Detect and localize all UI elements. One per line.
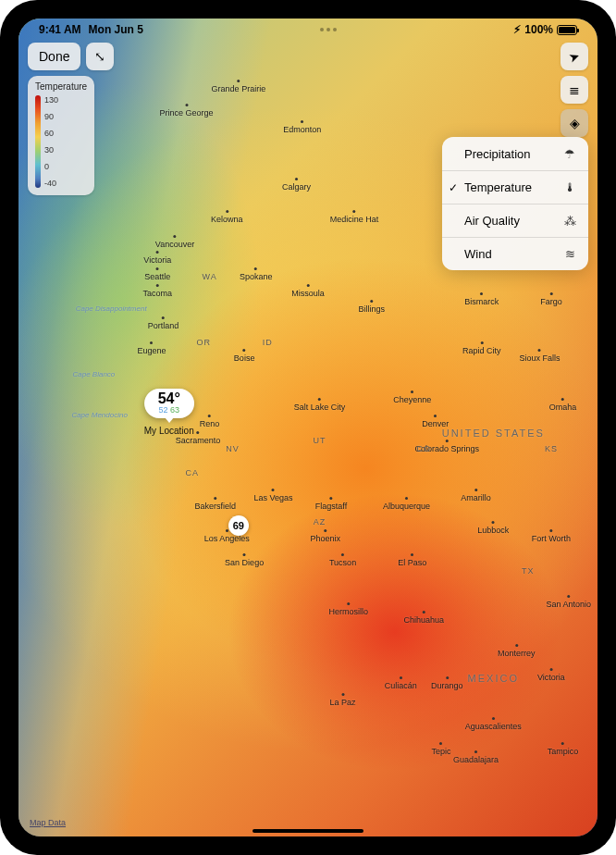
city-label: Guadalajara	[453, 755, 499, 764]
status-date: Mon Jun 5	[89, 23, 143, 36]
city-label: Lubbock	[477, 526, 509, 535]
city-label: Missoula	[291, 289, 325, 298]
layer-option-temperature[interactable]: ✓ Temperature 🌡	[442, 170, 588, 204]
collapse-icon: ⤡	[94, 49, 105, 64]
layer-label: Temperature	[464, 180, 562, 194]
city-label: Chihuahua	[403, 615, 444, 625]
battery-icon	[557, 25, 577, 35]
umbrella-icon: ☂	[562, 147, 577, 161]
city-label: Flagstaff	[315, 502, 347, 511]
screen: 9:41 AM Mon Jun 5 ⚡︎ 100% Done ⤡	[18, 19, 598, 836]
layer-option-wind[interactable]: Wind ≋	[442, 237, 588, 270]
city-label: Amarillo	[461, 493, 491, 502]
city-label: El Paso	[398, 558, 426, 567]
city-label: Sacramento	[176, 436, 221, 445]
city-label: Los Angeles	[204, 534, 250, 543]
legend-tick: 30	[44, 145, 58, 155]
legend-tick: 0	[44, 162, 58, 171]
map-data-link[interactable]: Map Data	[30, 818, 66, 827]
layer-label: Air Quality	[464, 214, 562, 228]
status-bar: 9:41 AM Mon Jun 5 ⚡︎ 100%	[18, 19, 598, 39]
status-time: 9:41 AM	[39, 23, 81, 36]
city-label: Seattle	[144, 272, 170, 281]
map-layers-button[interactable]: ◈	[561, 109, 588, 137]
city-label: Albuquerque	[383, 502, 430, 511]
city-label: Reno	[200, 419, 220, 428]
city-label: Medicine Hat	[330, 215, 379, 224]
city-label: Calgary	[282, 182, 311, 192]
city-label: Eugene	[137, 346, 166, 355]
done-button[interactable]: Done	[28, 43, 80, 70]
checkmark-icon: ✓	[449, 181, 458, 194]
layer-option-air-quality[interactable]: Air Quality ⁂	[442, 204, 588, 237]
collapse-button[interactable]: ⤡	[86, 43, 114, 70]
list-icon: ≣	[569, 82, 580, 97]
city-label: Billings	[359, 304, 386, 314]
country-label: UNITED STATES	[442, 428, 545, 439]
battery-percent: 100%	[524, 23, 553, 36]
map-toolbar: Done ⤡ ➤ ≣ ◈	[28, 43, 588, 137]
state-label: OR	[197, 338, 212, 347]
home-indicator[interactable]	[253, 829, 363, 833]
legend-tick: -40	[44, 179, 58, 188]
city-label: Portland	[148, 321, 179, 330]
city-label: Sioux Falls	[519, 353, 560, 363]
city-label: Bismarck	[464, 297, 499, 306]
thermometer-icon: 🌡	[562, 180, 577, 194]
state-label: NV	[226, 444, 240, 453]
wind-icon: ≋	[562, 247, 577, 261]
city-label: Tucson	[329, 558, 356, 567]
city-label: La Paz	[330, 698, 356, 707]
pin-temperature: 54°	[154, 391, 185, 406]
my-location-pin[interactable]: 54° 52 63 My Location	[144, 389, 194, 436]
city-label: Salt Lake City	[294, 403, 346, 412]
city-label: Bakersfield	[195, 502, 237, 511]
city-label: Phoenix	[311, 534, 341, 543]
location-arrow-icon: ➤	[567, 47, 583, 65]
ipad-frame: 9:41 AM Mon Jun 5 ⚡︎ 100% Done ⤡	[0, 0, 616, 855]
city-label: Durango	[431, 681, 463, 690]
layer-label: Precipitation	[464, 147, 562, 161]
city-label: Cheyenne	[393, 395, 431, 404]
cape-label: Cape Disappointment	[76, 304, 147, 313]
state-label: TX	[522, 566, 535, 576]
map-layer-menu: Precipitation ☂ ✓ Temperature 🌡 Air Qual…	[442, 137, 588, 270]
city-label: Vancouver	[155, 240, 194, 249]
city-label: Rapid City	[462, 346, 501, 355]
layer-label: Wind	[464, 247, 562, 261]
city-label: Hermosillo	[329, 607, 369, 616]
country-label: MEXICO	[468, 673, 519, 684]
state-label: CA	[186, 468, 200, 477]
state-label: WA	[202, 272, 216, 281]
cape-label: Cape Mendocino	[71, 411, 127, 419]
state-label: UT	[314, 436, 326, 445]
city-label: Aguascalientes	[465, 722, 522, 731]
multitask-dots[interactable]	[143, 28, 513, 31]
city-label: Spokane	[240, 272, 273, 281]
state-label: ID	[263, 338, 273, 347]
layer-option-precipitation[interactable]: Precipitation ☂	[442, 137, 588, 170]
city-label: Fort Worth	[532, 534, 571, 543]
state-label: KS	[545, 444, 558, 453]
city-label: Tacoma	[142, 289, 172, 298]
city-label: Tampico	[548, 747, 579, 756]
city-label: Boise	[234, 353, 255, 363]
charging-icon: ⚡︎	[513, 23, 521, 36]
locations-list-button[interactable]: ≣	[561, 76, 588, 104]
locate-me-button[interactable]: ➤	[561, 43, 588, 70]
city-label: Omaha	[549, 403, 577, 412]
cape-label: Cape Blanco	[72, 370, 115, 378]
saved-location-pin[interactable]: 69	[228, 515, 249, 536]
pin-hi-lo: 52 63	[154, 406, 185, 415]
city-label: Victoria	[537, 673, 565, 682]
city-label: San Antonio	[546, 600, 591, 609]
pin-caption: My Location	[144, 426, 194, 436]
city-label: Fargo	[540, 297, 562, 306]
particles-icon: ⁂	[562, 214, 577, 228]
city-label: Kelowna	[211, 215, 243, 224]
city-label: Culiacán	[385, 681, 417, 690]
city-label: Tepic	[431, 747, 450, 756]
city-label: Monterrey	[498, 649, 536, 658]
city-label: Victoria	[143, 255, 171, 265]
layers-icon: ◈	[570, 116, 580, 130]
